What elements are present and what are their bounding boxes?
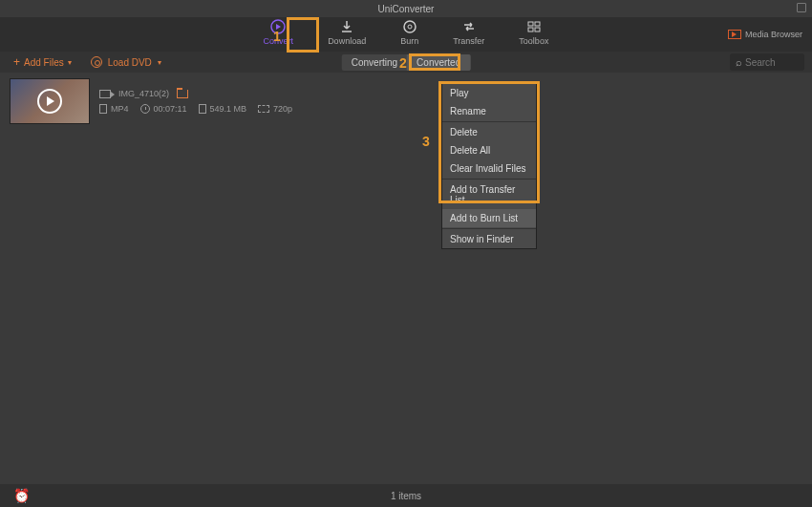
menu-separator <box>442 179 536 180</box>
search-box[interactable]: ⌕ <box>730 53 804 71</box>
app-title: UniConverter <box>378 4 435 14</box>
format-icon <box>99 104 107 114</box>
tab-label: Burn <box>400 36 418 46</box>
tab-label: Toolbox <box>519 36 548 46</box>
menu-separator <box>442 121 536 122</box>
svg-rect-5 <box>535 22 540 26</box>
plus-icon: + <box>13 55 20 69</box>
maximize-icon[interactable] <box>797 3 806 12</box>
duration-icon <box>140 104 150 114</box>
resolution-icon <box>258 105 269 113</box>
subtab-converted[interactable]: Converted <box>407 54 470 71</box>
menu-clear-invalid[interactable]: Clear Invalid Files <box>442 159 536 178</box>
tab-label: Download <box>328 36 366 46</box>
chevron-down-icon: ▾ <box>68 58 72 67</box>
file-list: IMG_4710(2) MP4 00:07:11 549.1 MB 720p <box>0 73 812 484</box>
chevron-down-icon: ▾ <box>158 58 161 67</box>
main-tab-bar: Convert Download Burn Transfer Toolbox <box>0 17 812 52</box>
burn-icon <box>401 18 418 35</box>
tab-burn[interactable]: Burn <box>395 16 424 50</box>
svg-rect-7 <box>535 28 540 32</box>
svg-point-2 <box>404 21 416 32</box>
toolbox-icon <box>525 18 543 35</box>
convert-icon <box>269 18 287 35</box>
title-bar: UniConverter <box>0 0 812 17</box>
svg-rect-6 <box>528 28 533 32</box>
menu-separator <box>442 228 536 229</box>
file-resolution: 720p <box>273 104 292 114</box>
status-bar: ⏰ 1 items <box>0 484 812 507</box>
svg-point-3 <box>408 25 412 29</box>
media-browser-label: Media Browser <box>745 30 802 39</box>
context-menu: Play Rename Delete Delete All Clear Inva… <box>441 83 537 249</box>
file-format: MP4 <box>111 104 129 114</box>
file-name: IMG_4710(2) <box>118 89 169 98</box>
add-files-label: Add Files <box>24 57 64 68</box>
svg-rect-4 <box>528 22 533 26</box>
tab-label: Transfer <box>453 36 484 46</box>
alarm-icon[interactable]: ⏰ <box>13 488 30 503</box>
menu-add-transfer[interactable]: Add to Transfer List <box>442 180 536 209</box>
svg-marker-1 <box>276 24 281 30</box>
folder-icon[interactable] <box>177 90 188 98</box>
media-browser-icon <box>728 30 741 39</box>
tab-label: Convert <box>264 36 294 46</box>
video-icon <box>99 90 111 98</box>
file-duration: 00:07:11 <box>154 104 187 114</box>
tab-transfer[interactable]: Transfer <box>447 16 490 50</box>
file-info: IMG_4710(2) MP4 00:07:11 549.1 MB 720p <box>99 78 292 124</box>
menu-rename[interactable]: Rename <box>442 102 536 120</box>
disc-icon <box>91 56 102 68</box>
menu-show-finder[interactable]: Show in Finder <box>442 230 536 248</box>
file-size: 549.1 MB <box>210 104 247 114</box>
size-icon <box>199 104 206 114</box>
menu-delete[interactable]: Delete <box>442 123 536 141</box>
file-thumbnail[interactable] <box>10 78 90 124</box>
search-icon: ⌕ <box>736 56 742 68</box>
menu-delete-all[interactable]: Delete All <box>442 141 536 159</box>
download-icon <box>338 18 355 35</box>
load-dvd-button[interactable]: Load DVD ▾ <box>91 56 161 68</box>
add-files-button[interactable]: + Add Files ▾ <box>13 55 72 69</box>
subtab-converting[interactable]: Converting <box>342 54 407 71</box>
tab-download[interactable]: Download <box>322 16 372 50</box>
transfer-icon <box>460 18 478 35</box>
tab-convert[interactable]: Convert <box>258 16 300 50</box>
file-row[interactable]: IMG_4710(2) MP4 00:07:11 549.1 MB 720p <box>0 73 812 130</box>
toolbar: + Add Files ▾ Load DVD ▾ Converting Conv… <box>0 52 812 73</box>
menu-add-burn[interactable]: Add to Burn List <box>442 209 536 227</box>
sub-tabs: Converting Converted <box>342 54 471 71</box>
media-browser-button[interactable]: Media Browser <box>728 30 802 39</box>
status-items: 1 items <box>391 491 421 501</box>
play-icon <box>37 89 62 114</box>
search-input[interactable] <box>745 57 799 68</box>
menu-play[interactable]: Play <box>442 84 536 102</box>
load-dvd-label: Load DVD <box>108 57 152 68</box>
tab-toolbox[interactable]: Toolbox <box>513 16 554 50</box>
